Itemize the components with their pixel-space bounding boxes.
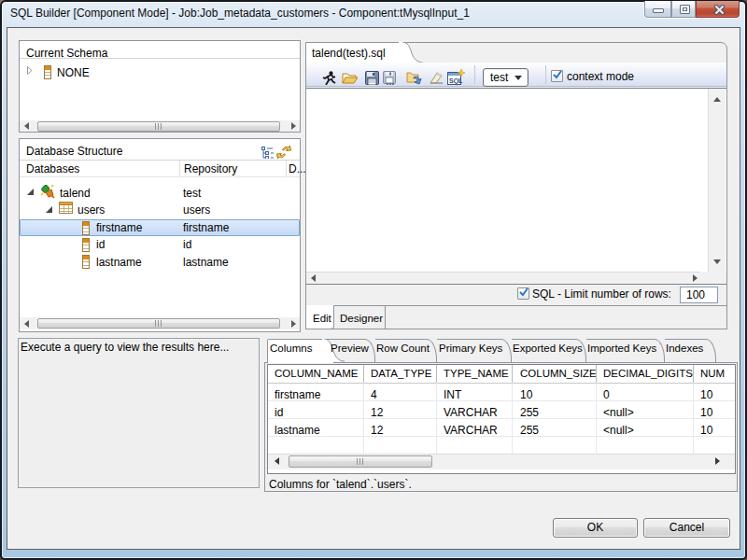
svg-text:SQL: SQL [449,77,463,85]
